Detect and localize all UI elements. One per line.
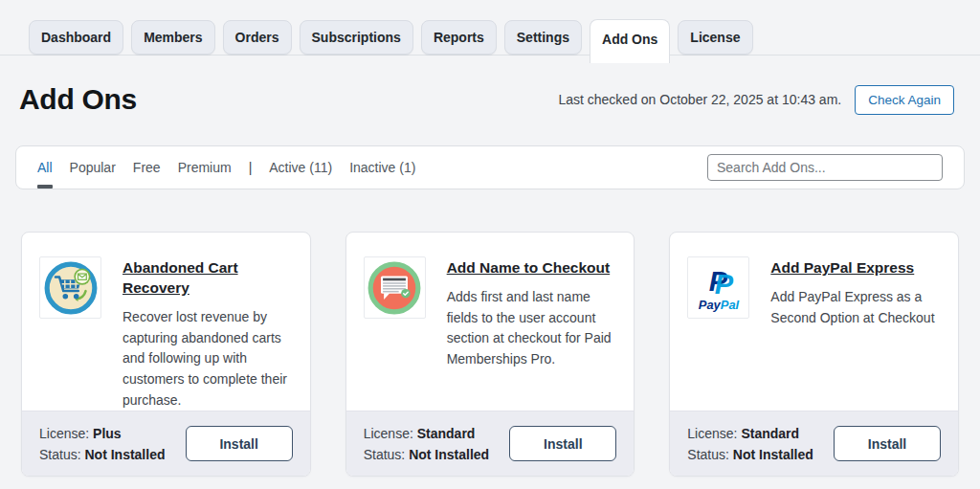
paypal-wordmark: PayPal	[699, 297, 740, 311]
addon-card-add-name-to-checkout: Add Name to Checkout Adds first and last…	[345, 232, 635, 477]
install-button[interactable]: Install	[834, 426, 941, 461]
tab-subscriptions[interactable]: Subscriptions	[300, 20, 413, 55]
status-label: Status:	[39, 447, 81, 462]
license-status-block: License: Standard Status: Not Installed	[687, 423, 813, 465]
addon-description: Recover lost revenue by capturing abando…	[122, 307, 293, 411]
status-label: Status:	[364, 447, 406, 462]
addon-card-grid: Abandoned Cart Recovery Recover lost rev…	[21, 232, 959, 477]
card-footer: License: Standard Status: Not Installed …	[346, 411, 635, 476]
filter-premium[interactable]: Premium	[178, 146, 232, 189]
card-footer: License: Standard Status: Not Installed …	[670, 411, 958, 476]
search-add-ons-input[interactable]	[707, 154, 943, 181]
status-value: Not Installed	[409, 447, 489, 462]
page-header: Add Ons Last checked on October 22, 2025…	[0, 78, 980, 121]
license-label: License:	[39, 426, 89, 441]
license-value: Standard	[741, 426, 799, 441]
tab-license[interactable]: License	[678, 20, 752, 55]
check-again-button[interactable]: Check Again	[855, 85, 954, 115]
card-info: Abandoned Cart Recovery Recover lost rev…	[122, 256, 293, 411]
addon-card-add-paypal-express: P P PayPal Add PayPal Express Add PayPal…	[669, 232, 959, 477]
filter-active[interactable]: Active (11)	[269, 146, 332, 189]
addon-description: Adds first and last name fields to the u…	[447, 287, 617, 370]
install-button[interactable]: Install	[186, 426, 293, 461]
tab-orders[interactable]: Orders	[223, 20, 292, 55]
license-status-block: License: Plus Status: Not Installed	[39, 423, 166, 465]
chat-form-icon	[364, 256, 426, 319]
addon-title-link[interactable]: Abandoned Cart Recovery	[122, 258, 293, 299]
tab-settings[interactable]: Settings	[504, 20, 582, 55]
tab-reports[interactable]: Reports	[421, 20, 497, 55]
tab-dashboard[interactable]: Dashboard	[29, 20, 123, 55]
card-info: Add Name to Checkout Adds first and last…	[447, 256, 617, 370]
filter-popular[interactable]: Popular	[70, 146, 116, 189]
abandoned-cart-icon	[39, 256, 101, 319]
last-checked-group: Last checked on October 22, 2025 at 10:4…	[558, 85, 954, 115]
tab-add-ons[interactable]: Add Ons	[590, 19, 670, 63]
status-line: Status: Not Installed	[687, 444, 813, 465]
license-line: License: Plus	[39, 423, 166, 444]
tab-members[interactable]: Members	[131, 20, 214, 55]
license-line: License: Standard	[364, 423, 490, 444]
status-value: Not Installed	[733, 447, 813, 462]
card-footer: License: Plus Status: Not Installed Inst…	[22, 411, 310, 476]
status-line: Status: Not Installed	[39, 444, 166, 465]
license-value: Standard	[417, 426, 476, 441]
card-body: Add Name to Checkout Adds first and last…	[346, 233, 635, 370]
filter-inactive[interactable]: Inactive (1)	[349, 146, 415, 189]
filter-free[interactable]: Free	[133, 146, 161, 189]
status-value: Not Installed	[84, 447, 165, 462]
addon-filter-bar: All Popular Free Premium | Active (11) I…	[15, 145, 965, 189]
addon-title-link[interactable]: Add Name to Checkout	[447, 258, 611, 278]
paypal-monogram-front: P	[715, 269, 734, 300]
status-line: Status: Not Installed	[364, 444, 490, 465]
last-checked-text: Last checked on October 22, 2025 at 10:4…	[558, 92, 841, 107]
admin-tab-bar: Dashboard Members Orders Subscriptions R…	[0, 0, 980, 56]
license-value: Plus	[93, 426, 122, 441]
license-label: License:	[687, 426, 737, 441]
filter-separator: |	[249, 160, 253, 175]
status-label: Status:	[687, 447, 729, 462]
license-status-block: License: Standard Status: Not Installed	[364, 423, 490, 465]
license-line: License: Standard	[687, 423, 813, 444]
paypal-icon: P P PayPal	[687, 256, 749, 319]
card-body: Abandoned Cart Recovery Recover lost rev…	[22, 233, 310, 411]
filter-all[interactable]: All	[37, 146, 53, 189]
addon-title-link[interactable]: Add PayPal Express	[770, 258, 914, 278]
addon-description: Add PayPal Express as a Second Option at…	[770, 287, 941, 328]
addon-card-abandoned-cart: Abandoned Cart Recovery Recover lost rev…	[21, 232, 311, 477]
license-label: License:	[364, 426, 413, 441]
install-button[interactable]: Install	[509, 426, 616, 461]
card-body: P P PayPal Add PayPal Express Add PayPal…	[670, 233, 958, 328]
page-title: Add Ons	[19, 83, 137, 116]
card-info: Add PayPal Express Add PayPal Express as…	[770, 256, 941, 328]
